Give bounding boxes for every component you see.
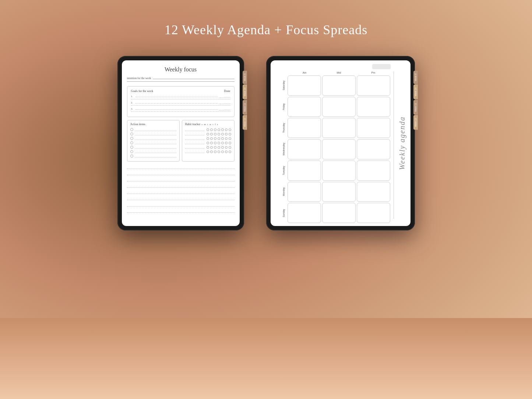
agenda-row-saturday: Saturday bbox=[274, 75, 391, 96]
hc-5-2 bbox=[210, 146, 213, 149]
hc-2-4 bbox=[218, 133, 220, 135]
action-circle-3 bbox=[130, 137, 133, 140]
left-tab-week9[interactable]: Week 9 bbox=[243, 71, 247, 84]
habit-circles-2 bbox=[207, 133, 231, 135]
hc-5-1 bbox=[207, 146, 209, 149]
wednesday-am bbox=[288, 139, 321, 159]
day-s2: s bbox=[217, 123, 218, 126]
hc-3-2 bbox=[210, 137, 213, 140]
hc-1-7 bbox=[229, 128, 231, 131]
day-text-tuesday: Tuesday bbox=[282, 166, 285, 175]
hc-1-6 bbox=[225, 128, 228, 131]
intention-label: intention for the week bbox=[127, 77, 151, 80]
left-tab-week12[interactable]: Week 12 bbox=[243, 115, 247, 130]
friday-mid bbox=[322, 97, 356, 117]
notes-line-8 bbox=[127, 208, 235, 213]
day-label-monday: Monday bbox=[274, 182, 286, 202]
action-line-2 bbox=[135, 133, 176, 135]
hc-3-3 bbox=[214, 137, 216, 140]
notes-line-1 bbox=[127, 165, 235, 169]
notes-line-7 bbox=[127, 202, 235, 206]
page-title: 12 Weekly Agenda + Focus Spreads bbox=[165, 22, 368, 38]
action-circle-4 bbox=[130, 141, 133, 144]
notes-area bbox=[127, 165, 235, 222]
day-label-saturday: Saturday bbox=[274, 75, 286, 96]
habit-row-3 bbox=[185, 137, 231, 140]
thursday-mid bbox=[322, 118, 356, 138]
tuesday-pm bbox=[357, 160, 390, 181]
notes-line-2 bbox=[127, 171, 235, 175]
goal-done-3: ............ bbox=[219, 108, 230, 110]
hc-6-5 bbox=[221, 151, 224, 153]
agenda-col-headers: Am Mid Pm bbox=[288, 71, 391, 74]
action-line-1 bbox=[135, 128, 176, 131]
friday-pm bbox=[357, 97, 390, 117]
hc-1-5 bbox=[221, 128, 224, 131]
day-label-friday: Friday bbox=[274, 97, 286, 117]
habit-circles-1 bbox=[207, 128, 231, 131]
day-label-tuesday: Tuesday bbox=[274, 160, 286, 181]
day-w: w bbox=[209, 123, 211, 126]
sunday-am bbox=[288, 203, 321, 223]
left-tab-week10[interactable]: Week 10 bbox=[243, 85, 247, 99]
hc-1-3 bbox=[214, 128, 216, 131]
agenda-page: Am Mid Pm Saturday bbox=[271, 60, 411, 226]
day-text-sunday: Sunday bbox=[282, 209, 285, 217]
right-tab-week10[interactable]: Week 10 bbox=[413, 85, 418, 99]
habit-row-5 bbox=[185, 146, 231, 149]
action-items-section: Action items bbox=[127, 120, 180, 162]
hc-3-6 bbox=[225, 137, 228, 140]
right-tablet: Am Mid Pm Saturday bbox=[266, 56, 415, 230]
habit-name-4 bbox=[185, 141, 204, 144]
action-circle-6 bbox=[130, 150, 133, 153]
action-items-title: Action items bbox=[130, 123, 176, 126]
hc-6-3 bbox=[214, 151, 216, 153]
habit-name-1 bbox=[185, 128, 204, 131]
wednesday-mid bbox=[322, 139, 356, 159]
tuesday-am bbox=[288, 160, 321, 181]
hc-6-2 bbox=[210, 151, 213, 153]
right-tablet-tabs: Week 9 Week 10 Week 11 Week 12 bbox=[413, 71, 418, 130]
habit-name-3 bbox=[185, 137, 204, 140]
left-tab-week11[interactable]: Week 11 bbox=[243, 100, 247, 115]
action-item-7 bbox=[130, 155, 176, 158]
hc-1-4 bbox=[218, 128, 220, 131]
day-text-monday: Monday bbox=[282, 187, 285, 196]
agenda-row-monday: Monday bbox=[274, 182, 391, 202]
hc-1-1 bbox=[207, 128, 209, 131]
right-tab-week9[interactable]: Week 9 bbox=[413, 71, 418, 84]
monday-mid bbox=[322, 182, 356, 202]
hc-6-1 bbox=[207, 151, 209, 153]
tuesday-mid bbox=[322, 160, 356, 181]
day-text-friday: Friday bbox=[282, 103, 285, 110]
monday-cells bbox=[288, 182, 391, 202]
thursday-am bbox=[288, 118, 321, 138]
hc-6-6 bbox=[225, 151, 228, 153]
day-text-wednesday: Wednesday bbox=[282, 143, 285, 155]
agenda-row-sunday: Sunday bbox=[274, 203, 391, 223]
goal-num-3: 3. bbox=[131, 107, 135, 110]
focus-page: Weekly focus intention for the week Goal… bbox=[122, 60, 240, 226]
hc-3-4 bbox=[218, 137, 220, 140]
hc-6-7 bbox=[229, 151, 231, 153]
right-tab-week11[interactable]: Week 11 bbox=[413, 100, 418, 115]
habit-row-6 bbox=[185, 150, 231, 153]
habit-row-4 bbox=[185, 141, 231, 144]
habit-tracker-section: Habit tracker s m t w t f s bbox=[182, 120, 235, 162]
left-tablet-tabs: Week 9 Week 10 Week 11 Week 12 bbox=[243, 71, 247, 130]
habit-tracker-header: Habit tracker s m t w t f s bbox=[185, 123, 231, 126]
day-text-thursday: Thursday bbox=[282, 123, 285, 133]
action-item-6 bbox=[130, 150, 176, 153]
right-tablet-screen: Am Mid Pm Saturday bbox=[271, 60, 411, 226]
left-tablet: Weekly focus intention for the week Goal… bbox=[117, 56, 244, 230]
right-tab-week12[interactable]: Week 12 bbox=[413, 115, 418, 130]
goal-line-1 bbox=[135, 97, 218, 97]
notes-line-3 bbox=[127, 177, 235, 181]
action-line-5 bbox=[135, 146, 176, 149]
thursday-cells bbox=[288, 118, 391, 138]
hc-2-7 bbox=[229, 133, 231, 135]
action-item-2 bbox=[130, 133, 176, 135]
habit-circles-4 bbox=[207, 142, 231, 144]
hc-4-3 bbox=[214, 142, 216, 144]
day-label-wednesday: Wednesday bbox=[274, 139, 286, 159]
